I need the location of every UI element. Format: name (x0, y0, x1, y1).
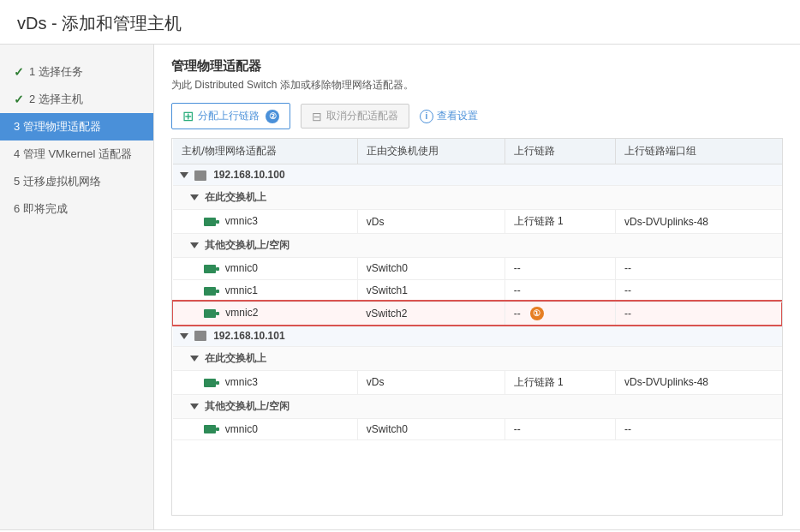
table-row[interactable]: vmnic0 vSwitch0 -- -- (173, 418, 782, 440)
check-icon-step2: ✓ (14, 93, 24, 106)
subgroup-on-switch-host2[interactable]: 在此交换机上 (173, 346, 782, 370)
svg-rect-10 (204, 425, 216, 433)
table-row[interactable]: vmnic0 vSwitch0 -- -- (173, 258, 782, 280)
svg-rect-8 (204, 379, 216, 387)
expand-icon-host1 (180, 172, 188, 178)
section-title: 管理物理适配器 (171, 58, 783, 75)
annotation-circle2: ② (266, 110, 279, 123)
expand-icon-host2 (180, 333, 188, 339)
subgroup-other-switch-host1[interactable]: 其他交换机上/空闲 (173, 234, 782, 258)
content-area: 管理物理适配器 为此 Distributed Switch 添加或移除物理网络适… (154, 45, 800, 529)
subgroup-on-switch-host1[interactable]: 在此交换机上 (173, 186, 782, 210)
adapter-table-wrap: 主机/物理网络适配器 正由交换机使用 上行链路 上行链路端口组 192.168.… (171, 138, 783, 516)
page-title: vDs - 添加和管理主机 (0, 0, 800, 45)
expand-icon-sub2 (190, 242, 199, 248)
sidebar-item-step6[interactable]: 6 即将完成 (0, 195, 153, 223)
subgroup-other-switch-host2[interactable]: 其他交换机上/空闲 (173, 394, 782, 418)
step6-label: 6 即将完成 (14, 201, 68, 217)
table-row[interactable]: vmnic3 vDs 上行链路 1 vDs-DVUplinks-48 (173, 370, 782, 394)
unassign-adapter-button[interactable]: ⊟ 取消分配适配器 (301, 104, 409, 129)
sidebar-item-step3[interactable]: 3 管理物理适配器 (0, 113, 153, 140)
unassign-icon: ⊟ (312, 110, 322, 123)
col-header-switch: 正由交换机使用 (357, 139, 504, 164)
sidebar-item-step2[interactable]: ✓ 2 选择主机 (0, 86, 153, 113)
annotation-circle1: ① (530, 307, 544, 320)
host-icon-2 (194, 331, 206, 341)
step4-label: 4 管理 VMkernel 适配器 (14, 146, 132, 162)
svg-rect-9 (216, 381, 219, 385)
step3-label: 3 管理物理适配器 (14, 119, 101, 134)
col-header-uplink: 上行链路 (504, 139, 615, 164)
table-row[interactable]: vmnic1 vSwitch1 -- -- (173, 279, 782, 302)
host-icon-1 (194, 170, 206, 181)
svg-rect-0 (204, 218, 216, 226)
col-header-portgroup: 上行链路端口组 (615, 139, 781, 164)
svg-rect-5 (216, 290, 219, 293)
sidebar: ✓ 1 选择任务 ✓ 2 选择主机 3 管理物理适配器 4 管理 VMkerne… (0, 45, 154, 529)
step5-label: 5 迁移虚拟机网络 (14, 174, 101, 189)
expand-icon-sub1 (190, 194, 199, 200)
host-row-2[interactable]: 192.168.10.101 (173, 325, 782, 346)
svg-rect-1 (216, 220, 219, 224)
svg-rect-2 (204, 265, 216, 273)
section-desc: 为此 Distributed Switch 添加或移除物理网络适配器。 (171, 78, 783, 93)
sidebar-item-step4[interactable]: 4 管理 VMkernel 适配器 (0, 140, 153, 168)
expand-icon-sub3 (190, 356, 199, 362)
svg-rect-11 (216, 427, 219, 431)
assign-uplink-button[interactable]: ⊞ 分配上行链路 ② (171, 103, 290, 129)
vmnic3-h1-icon (204, 215, 225, 227)
host-row-1[interactable]: 192.168.10.100 (173, 164, 782, 186)
info-circle-icon: i (420, 110, 433, 123)
assign-icon: ⊞ (182, 108, 194, 124)
toolbar: ⊞ 分配上行链路 ② ⊟ 取消分配适配器 i 查看设置 (171, 103, 783, 129)
sidebar-item-step5[interactable]: 5 迁移虚拟机网络 (0, 168, 153, 195)
svg-rect-7 (216, 312, 219, 315)
check-icon-step1: ✓ (14, 65, 24, 79)
table-row[interactable]: vmnic3 vDs 上行链路 1 vDs-DVUplinks-48 (173, 210, 782, 234)
svg-rect-3 (216, 267, 219, 271)
col-header-nic: 主机/物理网络适配器 (173, 139, 358, 164)
host1-ip: 192.168.10.100 (213, 169, 284, 181)
svg-rect-6 (204, 309, 216, 318)
sidebar-item-step1[interactable]: ✓ 1 选择任务 (0, 58, 153, 86)
view-settings-link[interactable]: i 查看设置 (420, 109, 478, 123)
svg-rect-4 (204, 287, 216, 296)
expand-icon-sub4 (190, 403, 199, 409)
table-row-selected[interactable]: vmnic2 vSwitch2 -- ① -- (173, 302, 782, 325)
adapter-table: 主机/物理网络适配器 正由交换机使用 上行链路 上行链路端口组 192.168.… (172, 139, 782, 440)
